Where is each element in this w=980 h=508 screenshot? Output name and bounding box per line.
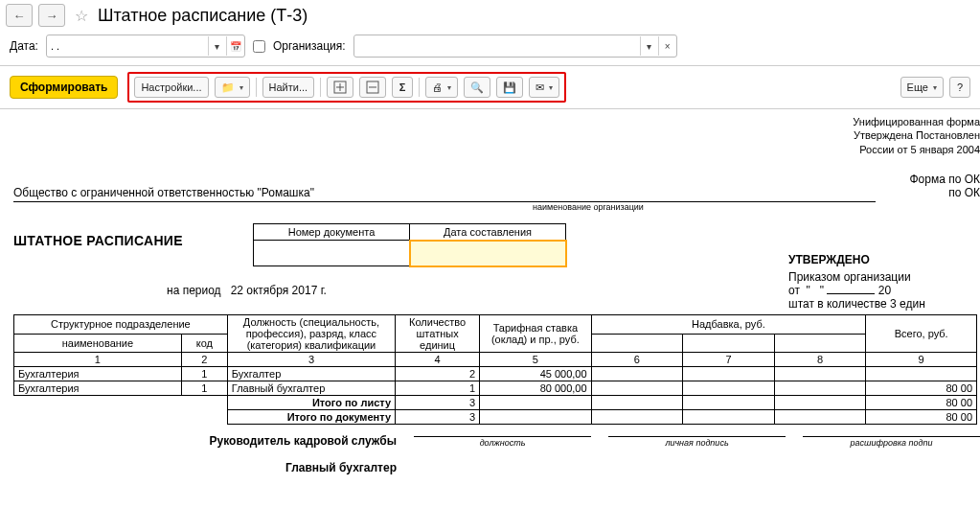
approved-staff: штат в количестве 3 един (788, 297, 980, 311)
toolbar: Сформировать Настройки... 📁▾ Найти... Σ … (0, 66, 980, 109)
separator (320, 78, 321, 97)
allowance-3 (774, 334, 866, 353)
col-subdivision: Структурное подразделение (14, 315, 228, 335)
mail-icon: ✉ (536, 81, 544, 94)
collapse-icon (366, 81, 379, 94)
org-clear-icon[interactable]: × (658, 36, 676, 56)
document-title: ШТАТНОЕ РАСПИСАНИЕ (13, 233, 234, 248)
approved-block: УТВЕРЖДЕНО Приказом организации от " " 2… (788, 253, 980, 311)
stamp-line: Утверждена Постановлен (853, 128, 980, 142)
document-area: Унифицированная форма Утверждена Постано… (0, 109, 980, 484)
sum-button[interactable]: Σ (392, 77, 413, 98)
form-stamp: Унифицированная форма Утверждена Постано… (853, 115, 980, 156)
sign-fullname-slot: расшифровка подпи (803, 436, 980, 448)
approved-line2: от " " 20 (788, 284, 980, 297)
doc-number-date-table: Номер документа Дата составления (253, 223, 566, 266)
table-row[interactable]: Бухгалтерия 1 Главный бухгалтер 1 80 000… (14, 381, 977, 396)
chevron-down-icon: ▾ (447, 83, 451, 92)
calendar-icon[interactable]: 📅 (226, 36, 244, 56)
expand-groups-button[interactable] (327, 77, 353, 98)
preview-icon: 🔍 (470, 81, 484, 94)
send-button[interactable]: ✉▾ (529, 77, 559, 98)
column-numbers-row: 1 2 3 4 5 6 7 8 9 (14, 353, 977, 367)
favorite-icon[interactable]: ☆ (75, 7, 88, 25)
period-label: на период (167, 284, 221, 297)
period-value: 22 октября 2017 г. (231, 284, 327, 297)
date-input[interactable] (47, 36, 208, 56)
org-checkbox[interactable] (253, 40, 265, 53)
save-button[interactable]: 💾 (496, 77, 523, 98)
org-checkbox-wrap (253, 40, 265, 53)
folder-icon: 📁 (221, 81, 235, 94)
separator (419, 78, 420, 97)
org-input[interactable] (354, 36, 640, 56)
print-button[interactable]: 🖨▾ (425, 77, 458, 98)
doc-date-cell[interactable] (410, 241, 566, 266)
approved-header: УТВЕРЖДЕНО (788, 253, 980, 266)
col-total: Всего, руб. (866, 315, 977, 353)
find-button[interactable]: Найти... (262, 77, 315, 98)
date-dropdown-icon[interactable]: ▾ (208, 36, 226, 56)
page-title: Штатное расписание (Т-3) (98, 6, 308, 26)
variants-button[interactable]: 📁▾ (215, 77, 250, 98)
print-icon: 🖨 (432, 81, 443, 93)
organization-caption: наименование организации (301, 202, 876, 212)
sub-name: наименование (14, 334, 182, 353)
expand-icon (333, 81, 347, 94)
date-combo[interactable]: ▾ 📅 (46, 35, 245, 58)
chevron-down-icon: ▾ (549, 83, 553, 92)
table-row[interactable]: Бухгалтерия 1 Бухгалтер 2 45 000,00 (14, 367, 977, 381)
okpo-label: по ОК (909, 186, 980, 199)
approved-line1: Приказом организации (788, 270, 980, 284)
back-button[interactable]: ← (6, 4, 33, 27)
allowance-1 (591, 334, 683, 353)
totals-sheet-row: Итого по листу 3 80 00 (14, 396, 977, 410)
signature-row-hr: Руководитель кадровой службы должность л… (13, 434, 980, 448)
form-codes: Форма по ОК по ОК (909, 173, 980, 199)
chevron-down-icon: ▾ (933, 83, 937, 92)
chevron-down-icon: ▾ (239, 83, 243, 92)
doc-date-header: Дата составления (410, 224, 566, 241)
highlighted-toolbar-group: Настройки... 📁▾ Найти... Σ 🖨▾ 🔍 💾 ✉▾ (127, 72, 566, 103)
doc-number-header: Номер документа (254, 224, 410, 241)
form-button[interactable]: Сформировать (10, 76, 118, 99)
organization-name: Общество с ограниченной ответственностью… (13, 186, 876, 202)
sub-code: код (181, 334, 227, 353)
sign-position-slot: должность (414, 436, 591, 448)
org-combo[interactable]: ▾ × (353, 35, 677, 58)
doc-number-cell[interactable] (254, 241, 410, 266)
signature-row-acc: Главный бухгалтер (13, 461, 980, 474)
forward-button[interactable]: → (38, 4, 65, 27)
sigma-icon: Σ (399, 81, 406, 93)
more-button[interactable]: Еще▾ (900, 77, 944, 98)
org-dropdown-icon[interactable]: ▾ (640, 36, 658, 56)
col-units: Количество штатных единиц (396, 315, 480, 353)
stamp-line: России от 5 января 2004 (853, 143, 980, 156)
toolbar-right: Еще▾ ? (900, 77, 970, 98)
staffing-table: Структурное подразделение Должность (спе… (13, 314, 977, 425)
collapse-groups-button[interactable] (359, 77, 386, 98)
chief-accountant-label: Главный бухгалтер (13, 461, 397, 474)
hr-head-label: Руководитель кадровой службы (13, 434, 397, 448)
org-label: Организация: (273, 39, 346, 53)
title-bar: ← → ☆ Штатное расписание (Т-3) (0, 0, 980, 31)
totals-doc-row: Итого по документу 3 80 00 (14, 410, 977, 425)
sign-signature-slot: личная подпись (608, 436, 786, 448)
help-button[interactable]: ? (949, 77, 970, 98)
okud-label: Форма по ОК (909, 173, 980, 186)
allowance-2 (683, 334, 775, 353)
col-position: Должность (специальность, профессия), ра… (227, 315, 395, 353)
stamp-line: Унифицированная форма (853, 115, 980, 128)
col-rate: Тарифная ставка (оклад) и пр., руб. (480, 315, 591, 353)
date-label: Дата: (10, 39, 38, 53)
col-allowance: Надбавка, руб. (591, 315, 866, 335)
preview-button[interactable]: 🔍 (464, 77, 490, 98)
separator (256, 78, 257, 97)
save-icon: 💾 (503, 81, 516, 94)
settings-button[interactable]: Настройки... (134, 77, 208, 98)
filter-bar: Дата: ▾ 📅 Организация: ▾ × (0, 31, 980, 66)
